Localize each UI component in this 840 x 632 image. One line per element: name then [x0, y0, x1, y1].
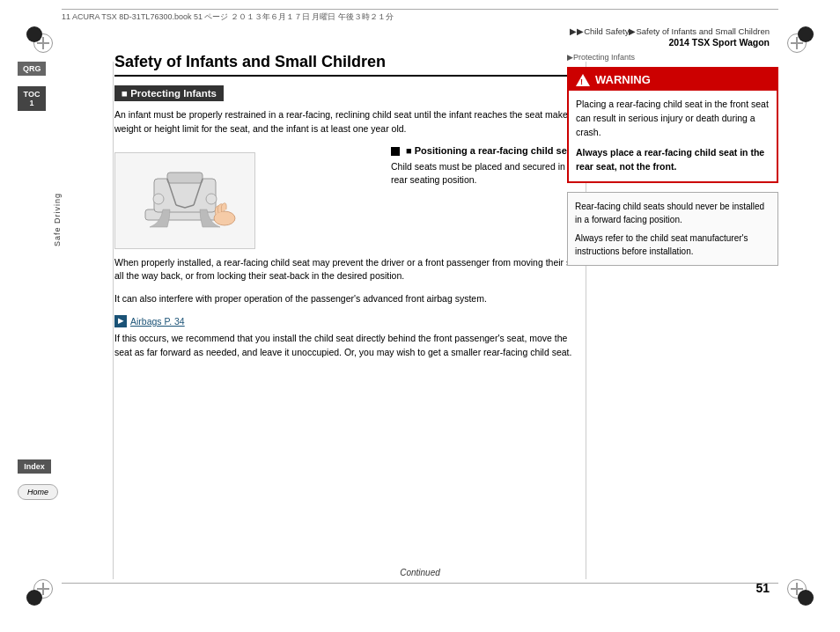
breadcrumb: ▶▶Child Safety▶Safety of Infants and Sma…: [570, 26, 770, 36]
page-number: 51: [755, 581, 770, 595]
positioning-section: ■ Positioning a rear-facing child seat C…: [391, 145, 585, 197]
svg-rect-2: [167, 173, 203, 183]
black-square-icon: [391, 147, 400, 156]
airbags-link[interactable]: ▶ Airbags P. 34: [114, 315, 585, 327]
safe-driving-label: Safe Driving: [53, 176, 62, 246]
file-info-text: 11 ACURA TSX 8D-31TL76300.book 51 ページ ２０…: [62, 12, 394, 21]
right-panel: ▶Protecting Infants WARNING Placing a re…: [567, 53, 778, 579]
warning-body: Placing a rear-facing child seat in the …: [569, 91, 777, 181]
qrg-tab[interactable]: QRG: [18, 62, 46, 76]
positioning-heading: ■ Positioning a rear-facing child seat: [391, 145, 585, 156]
child-seat-image: [114, 152, 255, 249]
sidebar: QRG TOC 1 Safe Driving Index Home: [0, 53, 114, 579]
warning-para1: Placing a rear-facing child seat in the …: [576, 98, 770, 139]
solid-circle-br: [798, 590, 814, 606]
warning-header: WARNING: [569, 69, 777, 91]
para3: If this occurs, we recommend that you in…: [114, 332, 585, 360]
home-tab[interactable]: Home: [18, 484, 58, 500]
index-tab[interactable]: Index: [18, 459, 51, 474]
note-box: Rear-facing child seats should never be …: [567, 192, 778, 266]
warning-triangle-icon: [576, 74, 590, 86]
file-info: 11 ACURA TSX 8D-31TL76300.book 51 ページ ２０…: [62, 9, 778, 23]
main-content: Safety of Infants and Small Children ■ P…: [114, 53, 585, 579]
warning-box: WARNING Placing a rear-facing child seat…: [567, 67, 778, 183]
note1: Rear-facing child seats should never be …: [575, 200, 770, 226]
para2: It can also interfere with proper operat…: [114, 292, 585, 306]
para1: When properly installed, a rear-facing c…: [114, 256, 585, 284]
svg-point-3: [153, 194, 164, 204]
page-title: Safety of Infants and Small Children: [114, 53, 585, 77]
model-name: 2014 TSX Sport Wagon: [668, 37, 770, 48]
note2: Always refer to the child seat manufactu…: [575, 231, 770, 258]
svg-point-4: [206, 194, 217, 204]
seat-svg: [119, 157, 251, 245]
warning-para2: Always place a rear-facing child seat in…: [576, 146, 770, 174]
solid-circle-tl: [26, 26, 42, 42]
intro-text: An infant must be properly restrained in…: [114, 108, 585, 136]
ref-icon: ▶: [114, 315, 127, 327]
toc-tab[interactable]: TOC 1: [18, 86, 46, 111]
solid-circle-tr: [798, 26, 814, 42]
positioning-text: Child seats must be placed and secured i…: [391, 160, 585, 188]
protecting-infants-label: ▶Protecting Infants: [567, 53, 778, 62]
solid-circle-bl: [26, 590, 42, 606]
section-heading: ■ Protecting Infants: [114, 85, 224, 101]
continued-text: Continued: [0, 568, 840, 577]
bottom-border: [62, 583, 778, 584]
